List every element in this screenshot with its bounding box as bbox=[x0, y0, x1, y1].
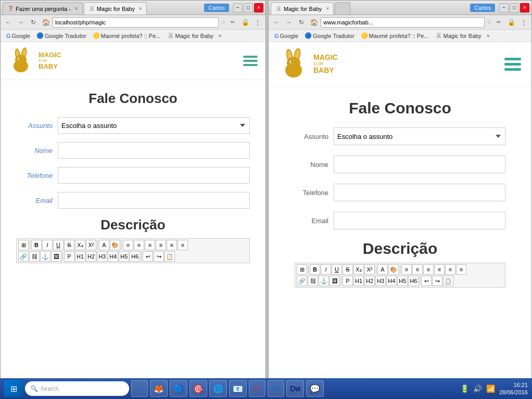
taskbar-search[interactable]: 🔍 Search bbox=[25, 381, 129, 396]
editor-btn-color-right[interactable]: A bbox=[377, 264, 388, 275]
editor-btn-ol-left[interactable]: ≡ bbox=[123, 240, 133, 250]
menu-btn-right[interactable]: ⋮ bbox=[518, 17, 529, 28]
editor-btn-redo-right[interactable]: ↪ bbox=[432, 276, 442, 286]
editor-btn-unlink-left[interactable]: ⛓ bbox=[29, 251, 40, 262]
editor-btn-color-left[interactable]: A bbox=[99, 240, 109, 250]
tab-close-right[interactable]: × bbox=[326, 6, 329, 11]
tab-magic-baby-right[interactable]: 🐰 Magic for Baby × bbox=[271, 2, 334, 15]
editor-btn-unlink-right[interactable]: ⛓ bbox=[308, 276, 318, 286]
maximize-btn-left[interactable]: □ bbox=[244, 3, 253, 12]
star-icon-left[interactable]: ☆ bbox=[221, 19, 226, 25]
bookmark-google-left[interactable]: G Google bbox=[4, 32, 33, 40]
forward-btn-left[interactable]: → bbox=[15, 17, 27, 28]
clock[interactable]: 16:21 28/06/2016 bbox=[499, 381, 528, 396]
minimize-btn-left[interactable]: − bbox=[233, 3, 243, 12]
maximize-btn-right[interactable]: □ bbox=[510, 3, 519, 12]
tab-fazer-pergunta[interactable]: ❓ Fazer uma pergunta - × bbox=[3, 2, 83, 15]
taskbar-outlook[interactable]: 📧 bbox=[229, 380, 247, 397]
tab-magic-baby-left[interactable]: 🐰 Magic for Baby × bbox=[84, 2, 147, 15]
bookmark-maome-right[interactable]: 🟡 Maomé profeta? :: Pe... bbox=[358, 32, 432, 40]
shield-btn-right[interactable]: 🔒 bbox=[505, 17, 517, 28]
editor-btn-h2-left[interactable]: H2 bbox=[86, 251, 96, 262]
hamburger-menu-left[interactable] bbox=[243, 56, 258, 66]
taskbar-dw[interactable]: Dw bbox=[286, 380, 304, 397]
editor-btn-h1-right[interactable]: H1 bbox=[353, 276, 364, 286]
editor-btn-bgcolor-right[interactable]: 🎨 bbox=[388, 264, 399, 275]
editor-btn-ul-left[interactable]: ≡ bbox=[134, 240, 144, 250]
editor-btn-strike-right[interactable]: S bbox=[343, 264, 353, 275]
editor-btn-bold-right[interactable]: B bbox=[310, 264, 320, 275]
bookmark-more-left[interactable]: » bbox=[217, 32, 223, 39]
editor-btn-anchor-right[interactable]: ⚓ bbox=[319, 276, 329, 286]
editor-btn-h4-left[interactable]: H4 bbox=[108, 251, 118, 262]
editor-btn-copy-right[interactable]: 📋 bbox=[443, 276, 453, 286]
address-bar-left[interactable] bbox=[53, 17, 219, 28]
bookmark-magic-right[interactable]: 🐰 Magic for Baby bbox=[433, 32, 484, 40]
editor-btn-ul-right[interactable]: ≡ bbox=[412, 264, 423, 275]
editor-btn-bold-left[interactable]: B bbox=[31, 240, 42, 250]
editor-btn-underline-left[interactable]: U bbox=[53, 240, 64, 250]
taskbar-ie[interactable]: ℯ bbox=[131, 380, 148, 397]
taskbar-skype[interactable]: 💬 bbox=[306, 380, 324, 397]
input-nome-right[interactable] bbox=[334, 156, 505, 173]
editor-btn-undo-left[interactable]: ↩ bbox=[143, 251, 153, 262]
bookmark-more-right[interactable]: » bbox=[485, 32, 491, 39]
editor-btn-align-right-left[interactable]: ≡ bbox=[167, 240, 177, 250]
editor-btn-sup-right[interactable]: X² bbox=[364, 264, 375, 275]
page-content-right[interactable]: magic for baby Fale Conosco bbox=[269, 42, 531, 398]
tools-btn-right[interactable]: ✏ bbox=[493, 17, 504, 28]
editor-btn-align-right-right[interactable]: ≡ bbox=[445, 264, 455, 275]
editor-btn-strike-left[interactable]: S bbox=[64, 240, 74, 250]
bookmark-tradutor-left[interactable]: 🔵 Google Tradutor bbox=[34, 32, 89, 40]
back-btn-left[interactable]: ← bbox=[3, 17, 14, 28]
refresh-btn-right[interactable]: ↻ bbox=[296, 17, 307, 28]
tools-btn-left[interactable]: ✏ bbox=[227, 17, 238, 28]
editor-btn-image-right[interactable]: 🖼 bbox=[330, 276, 340, 286]
select-assunto-right[interactable]: Escolha o assunto bbox=[334, 127, 505, 145]
shield-btn-left[interactable]: 🔒 bbox=[239, 17, 251, 28]
address-bar-right[interactable] bbox=[321, 17, 485, 28]
forward-btn-right[interactable]: → bbox=[283, 17, 295, 28]
editor-btn-align-left-right[interactable]: ≡ bbox=[423, 264, 434, 275]
editor-btn-p-left[interactable]: P bbox=[64, 251, 74, 262]
back-btn-right[interactable]: ← bbox=[271, 17, 282, 28]
editor-btn-image-left[interactable]: 🖼 bbox=[51, 251, 61, 262]
input-telefone-right[interactable] bbox=[334, 184, 505, 201]
editor-btn-align-center-right[interactable]: ≡ bbox=[434, 264, 445, 275]
editor-btn-bgcolor-left[interactable]: 🎨 bbox=[110, 240, 120, 250]
start-button[interactable]: ⊞ bbox=[4, 380, 23, 397]
editor-btn-redo-left[interactable]: ↪ bbox=[154, 251, 164, 262]
editor-btn-h5-left[interactable]: H5 bbox=[119, 251, 129, 262]
star-icon-right[interactable]: ☆ bbox=[487, 19, 492, 25]
editor-btn-grid-left[interactable]: ⊞ bbox=[18, 240, 29, 250]
input-email-left[interactable] bbox=[58, 192, 250, 209]
tab-close-1[interactable]: × bbox=[75, 6, 78, 11]
editor-btn-h6-right[interactable]: H6 bbox=[408, 276, 419, 286]
editor-btn-anchor-left[interactable]: ⚓ bbox=[40, 251, 50, 262]
refresh-btn-left[interactable]: ↻ bbox=[28, 17, 39, 28]
editor-btn-grid-right[interactable]: ⊞ bbox=[297, 264, 307, 275]
taskbar-firefox[interactable]: 🦊 bbox=[150, 380, 168, 397]
editor-btn-h2-right[interactable]: H2 bbox=[364, 276, 375, 286]
editor-btn-h3-right[interactable]: H3 bbox=[375, 276, 386, 286]
editor-btn-align-left-left[interactable]: ≡ bbox=[145, 240, 155, 250]
editor-btn-italic-right[interactable]: I bbox=[321, 264, 331, 275]
editor-btn-sub-right[interactable]: X₂ bbox=[353, 264, 364, 275]
bookmark-tradutor-right[interactable]: 🔵 Google Tradutor bbox=[302, 32, 357, 40]
editor-btn-h5-right[interactable]: H5 bbox=[397, 276, 408, 286]
editor-btn-italic-left[interactable]: I bbox=[42, 240, 53, 250]
tab-close-2[interactable]: × bbox=[139, 6, 142, 11]
editor-btn-underline-right[interactable]: U bbox=[332, 264, 342, 275]
tab-new-right[interactable] bbox=[335, 2, 350, 15]
select-assunto-left[interactable]: Escolha o assunto bbox=[58, 117, 250, 134]
page-content-left[interactable]: magic for baby Fale Conosco bbox=[1, 42, 265, 398]
home-btn-left[interactable]: 🏠 bbox=[40, 17, 52, 28]
editor-btn-undo-right[interactable]: ↩ bbox=[421, 276, 432, 286]
input-email-right[interactable] bbox=[334, 212, 505, 229]
taskbar-ppt[interactable]: P bbox=[249, 380, 265, 397]
editor-btn-p-right[interactable]: P bbox=[343, 276, 353, 286]
editor-btn-link-right[interactable]: 🔗 bbox=[297, 276, 307, 286]
input-nome-left[interactable] bbox=[58, 142, 250, 159]
editor-btn-sub-left[interactable]: X₂ bbox=[75, 240, 85, 250]
editor-btn-h4-right[interactable]: H4 bbox=[386, 276, 397, 286]
